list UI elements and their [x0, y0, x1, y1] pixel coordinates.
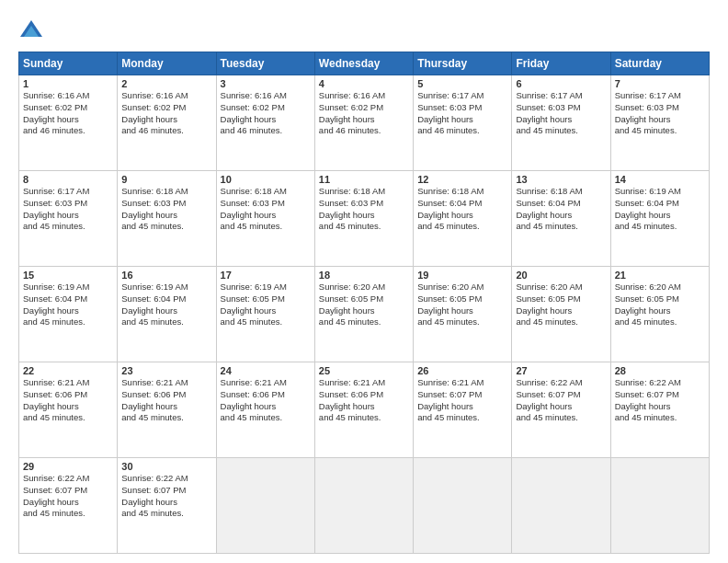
- day-cell-12: 12Sunrise: 6:18 AMSunset: 6:04 PMDayligh…: [414, 171, 512, 267]
- day-number: 29: [23, 461, 113, 472]
- week-row-4: 22Sunrise: 6:21 AMSunset: 6:06 PMDayligh…: [19, 362, 710, 458]
- day-cell-11: 11Sunrise: 6:18 AMSunset: 6:03 PMDayligh…: [314, 171, 413, 267]
- day-number: 14: [615, 174, 705, 185]
- page: SundayMondayTuesdayWednesdayThursdayFrid…: [0, 0, 728, 563]
- day-cell-23: 23Sunrise: 6:21 AMSunset: 6:06 PMDayligh…: [118, 362, 216, 458]
- day-info: Sunrise: 6:20 AMSunset: 6:05 PMDaylight …: [417, 282, 507, 328]
- empty-cell: [512, 458, 610, 554]
- day-info: Sunrise: 6:16 AMSunset: 6:02 PMDaylight …: [23, 90, 113, 137]
- day-number: 3: [221, 78, 311, 89]
- day-info: Sunrise: 6:19 AMSunset: 6:05 PMDaylight …: [221, 282, 311, 328]
- day-number: 1: [23, 78, 113, 89]
- day-number: 16: [121, 270, 211, 281]
- day-number: 5: [417, 78, 507, 89]
- weekday-header-wednesday: Wednesday: [314, 52, 413, 75]
- day-cell-27: 27Sunrise: 6:22 AMSunset: 6:07 PMDayligh…: [512, 362, 610, 458]
- day-number: 27: [516, 365, 606, 376]
- empty-cell: [414, 458, 512, 554]
- weekday-header-friday: Friday: [512, 52, 610, 75]
- weekday-header-thursday: Thursday: [414, 52, 512, 75]
- day-cell-2: 2Sunrise: 6:16 AMSunset: 6:02 PMDaylight…: [118, 75, 216, 171]
- weekday-header-tuesday: Tuesday: [216, 52, 314, 75]
- day-cell-17: 17Sunrise: 6:19 AMSunset: 6:05 PMDayligh…: [216, 267, 314, 362]
- day-number: 24: [221, 365, 311, 376]
- day-number: 7: [615, 78, 705, 89]
- empty-cell: [216, 458, 314, 554]
- day-cell-28: 28Sunrise: 6:22 AMSunset: 6:07 PMDayligh…: [610, 362, 709, 458]
- day-cell-5: 5Sunrise: 6:17 AMSunset: 6:03 PMDaylight…: [414, 75, 512, 171]
- day-number: 10: [221, 174, 311, 185]
- logo-icon: [18, 17, 44, 42]
- day-info: Sunrise: 6:17 AMSunset: 6:03 PMDaylight …: [516, 90, 606, 137]
- day-cell-16: 16Sunrise: 6:19 AMSunset: 6:04 PMDayligh…: [118, 267, 216, 362]
- day-number: 6: [516, 78, 606, 89]
- day-info: Sunrise: 6:18 AMSunset: 6:03 PMDaylight …: [319, 186, 409, 233]
- day-cell-15: 15Sunrise: 6:19 AMSunset: 6:04 PMDayligh…: [19, 267, 118, 362]
- day-info: Sunrise: 6:16 AMSunset: 6:02 PMDaylight …: [121, 90, 211, 137]
- calendar: SundayMondayTuesdayWednesdayThursdayFrid…: [18, 52, 710, 554]
- day-number: 22: [23, 365, 113, 376]
- day-number: 25: [319, 365, 409, 376]
- day-info: Sunrise: 6:19 AMSunset: 6:04 PMDaylight …: [23, 282, 113, 328]
- day-cell-18: 18Sunrise: 6:20 AMSunset: 6:05 PMDayligh…: [314, 267, 413, 362]
- day-info: Sunrise: 6:19 AMSunset: 6:04 PMDaylight …: [615, 186, 705, 233]
- week-row-5: 29Sunrise: 6:22 AMSunset: 6:07 PMDayligh…: [19, 458, 710, 554]
- day-info: Sunrise: 6:18 AMSunset: 6:04 PMDaylight …: [516, 186, 606, 233]
- day-number: 12: [417, 174, 507, 185]
- day-info: Sunrise: 6:21 AMSunset: 6:06 PMDaylight …: [23, 377, 113, 424]
- day-number: 15: [23, 270, 113, 281]
- day-cell-21: 21Sunrise: 6:20 AMSunset: 6:05 PMDayligh…: [610, 267, 709, 362]
- day-cell-6: 6Sunrise: 6:17 AMSunset: 6:03 PMDaylight…: [512, 75, 610, 171]
- weekday-header-saturday: Saturday: [610, 52, 709, 75]
- day-info: Sunrise: 6:16 AMSunset: 6:02 PMDaylight …: [221, 90, 311, 137]
- day-number: 11: [319, 174, 409, 185]
- day-cell-22: 22Sunrise: 6:21 AMSunset: 6:06 PMDayligh…: [19, 362, 118, 458]
- weekday-header-sunday: Sunday: [19, 52, 118, 75]
- day-info: Sunrise: 6:20 AMSunset: 6:05 PMDaylight …: [319, 282, 409, 328]
- empty-cell: [610, 458, 709, 554]
- weekday-header-monday: Monday: [118, 52, 216, 75]
- day-cell-8: 8Sunrise: 6:17 AMSunset: 6:03 PMDaylight…: [19, 171, 118, 267]
- day-cell-9: 9Sunrise: 6:18 AMSunset: 6:03 PMDaylight…: [118, 171, 216, 267]
- week-row-2: 8Sunrise: 6:17 AMSunset: 6:03 PMDaylight…: [19, 171, 710, 267]
- day-number: 23: [121, 365, 211, 376]
- day-number: 9: [121, 174, 211, 185]
- day-info: Sunrise: 6:18 AMSunset: 6:03 PMDaylight …: [221, 186, 311, 233]
- day-number: 8: [23, 174, 113, 185]
- day-number: 26: [417, 365, 507, 376]
- logo: [18, 17, 48, 42]
- day-cell-29: 29Sunrise: 6:22 AMSunset: 6:07 PMDayligh…: [19, 458, 118, 554]
- day-info: Sunrise: 6:17 AMSunset: 6:03 PMDaylight …: [615, 90, 705, 137]
- day-info: Sunrise: 6:17 AMSunset: 6:03 PMDaylight …: [417, 90, 507, 137]
- day-info: Sunrise: 6:18 AMSunset: 6:03 PMDaylight …: [121, 186, 211, 233]
- day-number: 28: [615, 365, 705, 376]
- day-info: Sunrise: 6:19 AMSunset: 6:04 PMDaylight …: [121, 282, 211, 328]
- day-cell-10: 10Sunrise: 6:18 AMSunset: 6:03 PMDayligh…: [216, 171, 314, 267]
- day-number: 18: [319, 270, 409, 281]
- day-cell-14: 14Sunrise: 6:19 AMSunset: 6:04 PMDayligh…: [610, 171, 709, 267]
- empty-cell: [314, 458, 413, 554]
- day-info: Sunrise: 6:20 AMSunset: 6:05 PMDaylight …: [516, 282, 606, 328]
- day-cell-4: 4Sunrise: 6:16 AMSunset: 6:02 PMDaylight…: [314, 75, 413, 171]
- day-cell-26: 26Sunrise: 6:21 AMSunset: 6:07 PMDayligh…: [414, 362, 512, 458]
- day-cell-3: 3Sunrise: 6:16 AMSunset: 6:02 PMDaylight…: [216, 75, 314, 171]
- day-cell-13: 13Sunrise: 6:18 AMSunset: 6:04 PMDayligh…: [512, 171, 610, 267]
- day-cell-25: 25Sunrise: 6:21 AMSunset: 6:06 PMDayligh…: [314, 362, 413, 458]
- day-cell-7: 7Sunrise: 6:17 AMSunset: 6:03 PMDaylight…: [610, 75, 709, 171]
- day-info: Sunrise: 6:16 AMSunset: 6:02 PMDaylight …: [319, 90, 409, 137]
- day-info: Sunrise: 6:18 AMSunset: 6:04 PMDaylight …: [417, 186, 507, 233]
- day-info: Sunrise: 6:22 AMSunset: 6:07 PMDaylight …: [615, 377, 705, 424]
- weekday-header-row: SundayMondayTuesdayWednesdayThursdayFrid…: [19, 52, 710, 75]
- day-number: 30: [121, 461, 211, 472]
- day-number: 19: [417, 270, 507, 281]
- day-cell-20: 20Sunrise: 6:20 AMSunset: 6:05 PMDayligh…: [512, 267, 610, 362]
- week-row-3: 15Sunrise: 6:19 AMSunset: 6:04 PMDayligh…: [19, 267, 710, 362]
- header: [18, 17, 710, 42]
- day-info: Sunrise: 6:22 AMSunset: 6:07 PMDaylight …: [121, 473, 211, 520]
- day-number: 13: [516, 174, 606, 185]
- day-info: Sunrise: 6:21 AMSunset: 6:06 PMDaylight …: [121, 377, 211, 424]
- day-info: Sunrise: 6:17 AMSunset: 6:03 PMDaylight …: [23, 186, 113, 233]
- day-info: Sunrise: 6:22 AMSunset: 6:07 PMDaylight …: [516, 377, 606, 424]
- day-info: Sunrise: 6:21 AMSunset: 6:06 PMDaylight …: [221, 377, 311, 424]
- day-cell-1: 1Sunrise: 6:16 AMSunset: 6:02 PMDaylight…: [19, 75, 118, 171]
